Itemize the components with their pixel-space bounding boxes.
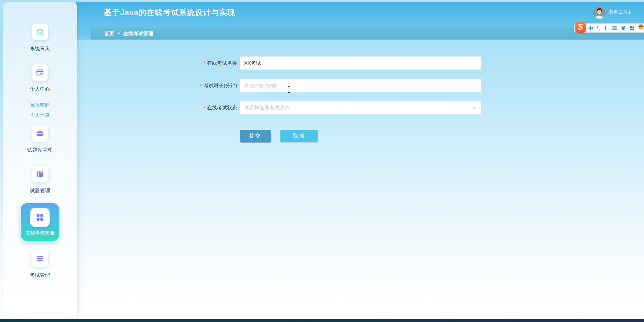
username: 教师工号1 <box>609 9 631 15</box>
avatar-image <box>593 6 606 19</box>
sidebar-item-online-exam-mgmt-active[interactable]: 在线考试管理 <box>21 203 59 241</box>
breadcrumb-separator-icon: Ξ <box>117 31 120 36</box>
sidebar-item-label: 考试管理 <box>30 272 50 278</box>
bottom-bar <box>0 319 644 322</box>
sidebar-item-question-bank[interactable]: 试题库管理 <box>3 125 77 153</box>
sidebar-item-question-mgmt[interactable]: 试题管理 <box>3 166 77 194</box>
user-info[interactable]: 教师工号1 <box>593 6 631 19</box>
select-placeholder: 请选择在线考试状态 <box>244 105 289 111</box>
breadcrumb-current: 在线考试管理 <box>123 31 153 37</box>
field-label: *考试时长(分钟) <box>200 79 237 92</box>
sidebar-item-label: 试题库管理 <box>28 147 53 153</box>
cancel-button[interactable]: 取消 <box>280 130 318 142</box>
form-actions: 提交 取消 <box>240 130 318 142</box>
field-label: *在线考试状态 <box>204 101 237 114</box>
toolbox-grid-icon[interactable] <box>629 25 635 31</box>
sogou-logo-icon[interactable]: S <box>575 22 586 33</box>
sidebar-link-personal-info[interactable]: 个人信息 <box>3 110 77 120</box>
sidebar-item-exam-mgmt[interactable]: 考试管理 <box>3 250 77 278</box>
required-asterisk: * <box>204 105 205 110</box>
sliders-icon <box>32 250 48 267</box>
required-asterisk: * <box>200 83 202 88</box>
home-icon <box>32 23 48 40</box>
grid-icon <box>30 208 50 227</box>
keyboard-icon[interactable] <box>611 25 618 31</box>
skin-tshirt-icon[interactable] <box>621 25 626 31</box>
required-asterisk: * <box>204 60 205 66</box>
briefcase-icon <box>32 125 48 142</box>
submit-button[interactable]: 提交 <box>240 130 271 142</box>
sidebar-item-label: 个人中心 <box>30 86 50 92</box>
sidebar: 系统首页 个人中心 修改密码 个人信息 试题库管 <box>3 2 77 318</box>
avatar[interactable] <box>593 6 606 19</box>
page: 基于Java的在线考试系统设计与实现 教师工号1 首页 Ξ 在线考试管理 <box>0 0 644 322</box>
header: 基于Java的在线考试系统设计与实现 教师工号1 首页 Ξ 在线考试管理 <box>76 2 644 40</box>
chinese-mode-icon[interactable]: 中 <box>588 25 593 31</box>
text-caret <box>243 83 243 88</box>
sidebar-link-change-password[interactable]: 修改密码 <box>3 100 77 110</box>
microphone-icon[interactable] <box>603 25 608 31</box>
sidebar-item-label: 在线考试管理 <box>26 230 54 236</box>
breadcrumb-home[interactable]: 首页 <box>104 31 114 37</box>
ibeam-cursor <box>287 86 291 94</box>
id-card-icon <box>32 64 48 81</box>
punctuation-icon[interactable]: °, <box>596 25 600 31</box>
sidebar-profile-links: 修改密码 个人信息 <box>3 100 77 120</box>
emoji-icon[interactable] <box>638 23 644 30</box>
sidebar-item-label: 系统首页 <box>30 45 50 52</box>
ime-toolbar: S 中 °, <box>574 23 644 33</box>
sidebar-item-label: 试题管理 <box>30 187 50 194</box>
book-icon <box>32 166 48 182</box>
sidebar-item-personal-center[interactable]: 个人中心 <box>3 64 77 92</box>
form-row-exam-name: *在线考试名称 <box>0 56 644 70</box>
sidebar-item-home[interactable]: 系统首页 <box>3 23 77 52</box>
form-row-exam-status: *在线考试状态 请选择在线考试状态 <box>0 101 644 114</box>
field-label: *在线考试名称 <box>204 56 237 70</box>
exam-status-select[interactable]: 请选择在线考试状态 <box>240 101 481 114</box>
breadcrumb: 首页 Ξ 在线考试管理 <box>91 28 644 40</box>
form-row-exam-duration: *考试时长(分钟) <box>0 79 644 92</box>
chevron-down-icon <box>472 106 476 109</box>
page-title: 基于Java的在线考试系统设计与实现 <box>104 7 235 18</box>
exam-duration-input[interactable] <box>240 79 481 92</box>
exam-name-input[interactable] <box>240 56 481 70</box>
